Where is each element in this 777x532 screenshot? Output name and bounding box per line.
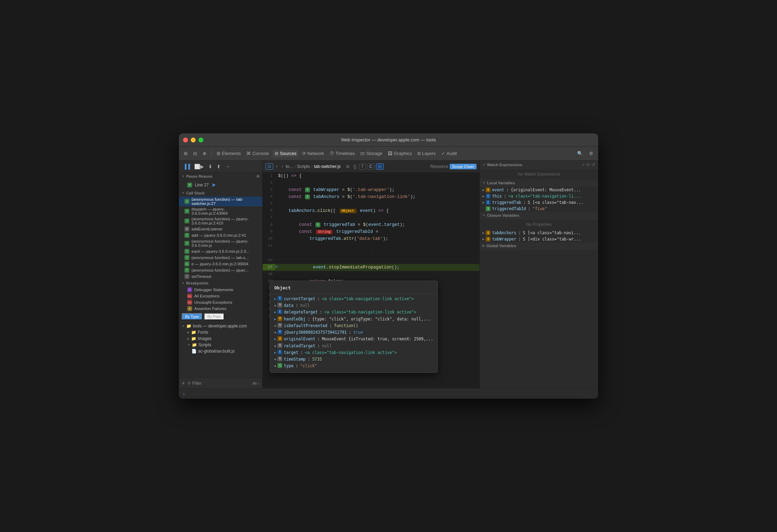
call-stack-item[interactable]: e e — jquery-3.6.0.min.js:2:30004 <box>179 261 262 267</box>
elements-label: Elements <box>222 151 241 156</box>
storage-tab-button[interactable]: 🗃 Storage <box>358 149 384 157</box>
file-tree: ▼ 📁 tools — developer.apple.com ▶ 📁 Font… <box>179 322 262 378</box>
layers-tab-button[interactable]: ⧉ Layers <box>415 149 438 158</box>
code-editor[interactable]: 1 $(() => { 2 3 const S tabWrapper = $('… <box>263 172 479 388</box>
watch-clear-button[interactable]: ⊖ <box>586 162 590 167</box>
call-stack-item[interactable]: f setTimeout <box>179 273 262 280</box>
popup-val: true <box>353 330 363 335</box>
text-button[interactable]: T <box>359 163 366 170</box>
step-into-button[interactable]: ⬇ <box>207 163 214 170</box>
expand-icon[interactable]: ▶ <box>274 337 276 342</box>
tree-item-scripts[interactable]: ▼ 📁 Scripts <box>179 342 262 348</box>
scope-chain-button[interactable]: Scope Chain <box>450 164 477 169</box>
step-continue-button[interactable]: → <box>224 163 231 170</box>
breakpoint-item[interactable]: A Assertion Failures <box>179 305 262 312</box>
tree-item-file[interactable]: 📄 ac-globalnav.built.js <box>179 348 262 354</box>
format-button[interactable]: {} <box>352 163 358 170</box>
popup-key: type <box>284 363 293 369</box>
step-over-button[interactable]: ⬜▶ <box>193 163 205 170</box>
breakpoints-header[interactable]: ▼ Breakpoints <box>179 280 262 287</box>
call-stack-item[interactable]: f (anonymous function) — jquery-3.6.0.mi… <box>179 238 262 248</box>
code-format-button[interactable]: ⊟ <box>266 163 273 170</box>
tree-item-images[interactable]: ▶ 📁 Images <box>179 335 262 342</box>
nav-button[interactable]: ⊟ <box>376 163 384 170</box>
breakpoint-item[interactable]: D Debugger Statements <box>179 287 262 293</box>
call-stack-item[interactable]: N addEventListener <box>179 226 262 232</box>
var-row[interactable]: ▶ O event : {originalEvent: MouseEvent..… <box>480 187 598 193</box>
call-stack-item[interactable]: f (anonymous function) — jquery-3.6.0.mi… <box>179 216 262 226</box>
fullscreen-button[interactable] <box>198 138 203 142</box>
call-stack-item[interactable]: f (anonymous function) — jquer... <box>179 267 262 273</box>
call-stack-item[interactable]: f (anonymous function) — tab-switcher.js… <box>179 197 262 206</box>
var-row[interactable]: ▶ E triggeredTab : S [<a class="tab-nav.… <box>480 199 598 206</box>
elements-tab-button[interactable]: ⊞ Elements <box>215 149 243 157</box>
popup-key: jQuery36008924375739412791 <box>284 330 347 335</box>
network-tab-button[interactable]: ⟳ Network <box>300 149 326 157</box>
add-button[interactable]: + <box>182 380 185 386</box>
css-button[interactable]: C <box>367 163 375 170</box>
popup-row[interactable]: ◆ N timeStamp : 5735 <box>270 356 437 363</box>
resource-button[interactable]: Resource <box>430 164 448 169</box>
var-row[interactable]: ▶ S triggeredTabId : "five" <box>480 206 598 212</box>
sources-tab-button[interactable]: ⊙ Sources <box>273 149 299 157</box>
pause-reason-gear[interactable]: ⊕ <box>256 174 260 179</box>
call-stack-item[interactable]: f dispatch — jquery-3.6.0.min.js:2:43069 <box>179 206 262 216</box>
filter-by-type-button[interactable]: By Type <box>182 313 203 320</box>
search-button[interactable]: 🔍 <box>575 149 585 157</box>
inspect-button[interactable]: ⊕ <box>201 149 209 157</box>
popup-row[interactable]: ▶ E target : <a class="tab-navigation-li… <box>270 349 437 356</box>
expand-icon[interactable]: ▶ <box>274 310 276 315</box>
forward-button[interactable]: › <box>280 163 284 170</box>
expand-icon[interactable]: ▶ <box>274 350 276 355</box>
pause-reason-header[interactable]: ▼ Pause Reason ⊕ <box>179 172 262 180</box>
sidebar-toggle-button[interactable]: ⊞ <box>182 149 190 157</box>
tree-root[interactable]: ▼ 📁 tools — developer.apple.com <box>179 323 262 329</box>
breadcrumb-scripts[interactable]: Scripts <box>297 164 310 169</box>
console-input[interactable] <box>188 391 594 396</box>
call-stack-item[interactable]: f add — jquery-3.6.0.min.js:2:41 <box>179 232 262 238</box>
console-tab-button[interactable]: ⌘ Console <box>244 149 271 157</box>
call-stack-header[interactable]: ▼ Call Stack <box>179 190 262 197</box>
minimize-button[interactable] <box>191 138 196 142</box>
audit-tab-button[interactable]: ✓ Audit <box>439 149 459 157</box>
watch-add-button[interactable]: + <box>582 162 585 167</box>
var-badge-o: O <box>486 230 491 235</box>
popup-row[interactable]: ▶ O handleObj : {type: "click", origType… <box>270 316 437 323</box>
main-toolbar: ⊞ ⊟ ⊕ ⊞ Elements ⌘ Console ⊙ Sources ⟳ N… <box>179 147 598 161</box>
layout-toggle-button[interactable]: ⊟ <box>191 149 199 157</box>
graphics-tab-button[interactable]: 🖼 Graphics <box>386 149 414 157</box>
step-out-button[interactable]: ⬆ <box>215 163 222 170</box>
watch-refresh-button[interactable]: ↺ <box>591 162 595 167</box>
expand-icon[interactable]: ▶ <box>274 297 276 302</box>
pause-continue-button[interactable]: ▐▐ <box>182 163 191 170</box>
timelines-label: Timelines <box>335 151 355 156</box>
back-button[interactable]: ‹ <box>275 163 279 170</box>
var-val: S [<a class="tab-navi... <box>523 230 595 235</box>
breadcrumb-file[interactable]: tab-switcher.js <box>314 164 341 169</box>
popup-row[interactable]: ▶ O originalEvent : MouseEvent {isTruste… <box>270 336 437 342</box>
expand-icon[interactable]: ▶ <box>274 317 276 322</box>
popup-row[interactable]: ◆ B jQuery36008924375739412791 : true <box>270 329 437 336</box>
popup-row[interactable]: ▶ E delegateTarget : <a class="tab-navig… <box>270 309 437 316</box>
settings-button[interactable]: ⚙ <box>587 149 595 157</box>
debugger-stmt-badge: D <box>187 287 192 292</box>
var-row[interactable]: ▶ O tabWrapper : S [<div class="tab-wr..… <box>480 236 598 242</box>
call-stack-item[interactable]: f (anonymous function) — tab-s... <box>179 254 262 261</box>
popup-row[interactable]: ◆ N data : null <box>270 302 437 309</box>
var-row[interactable]: ▶ O tabAnchors : S [<a class="tab-navi..… <box>480 230 598 236</box>
popup-row[interactable]: ▶ E currentTarget : <a class="tab-naviga… <box>270 296 437 302</box>
tree-item-fonts[interactable]: ▶ 📁 Fonts <box>179 329 262 335</box>
call-stack-item[interactable]: f each — jquery-3.6.0.min.js:2:3... <box>179 248 262 254</box>
breadcrumb-path[interactable]: to... <box>286 164 293 169</box>
filter-by-path-button[interactable]: By Path <box>204 313 225 320</box>
breakpoint-item[interactable]: Ex Uncaught Exceptions <box>179 299 262 305</box>
close-button[interactable] <box>183 138 188 142</box>
popup-row[interactable]: ◆ N isDefaultPrevented : function() <box>270 323 437 329</box>
timelines-tab-button[interactable]: ⏱ Timelines <box>327 149 357 157</box>
breakpoint-item[interactable]: Ex All Exceptions <box>179 293 262 299</box>
var-row[interactable]: ▶ E this : <a class="tab-navigation-li..… <box>480 193 598 199</box>
popup-row[interactable]: ◆ N relatedTarget : null <box>270 343 437 349</box>
copy-button[interactable]: ⧉ <box>345 163 351 170</box>
popup-val: null <box>300 303 310 309</box>
popup-row[interactable]: ◆ S type : "click" <box>270 363 437 369</box>
